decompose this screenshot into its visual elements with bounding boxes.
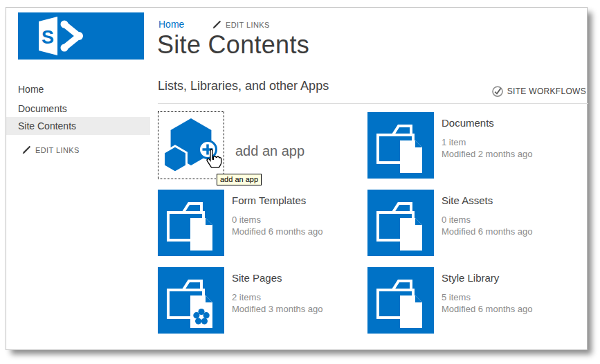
edit-links-label: EDIT LINKS (226, 21, 270, 29)
tile-site-pages: Site Pages 2 items Modified 3 months ago (158, 267, 372, 336)
site-assets-tile-icon[interactable] (367, 190, 434, 256)
site-workflows-label: SITE WORKFLOWS (507, 87, 586, 96)
tile-modified: Modified 3 months ago (232, 303, 323, 315)
tile-style-library: Style Library 5 items Modified 6 months … (367, 267, 582, 336)
sidebar-edit-links-button[interactable]: EDIT LINKS (22, 145, 80, 154)
cursor-pointer-icon (204, 148, 225, 172)
top-edit-links-button[interactable]: EDIT LINKS (212, 20, 270, 29)
site-pages-tile-icon[interactable] (158, 267, 224, 334)
pencil-icon (22, 145, 31, 154)
tile-form-templates: Form Templates 0 items Modified 6 months… (158, 190, 372, 259)
folder-document-icon (367, 112, 434, 179)
tile-modified: Modified 6 months ago (442, 303, 533, 315)
tile-item-count: 2 items (232, 291, 323, 303)
tile-item-count: 1 item (442, 136, 533, 148)
section-divider (158, 103, 588, 104)
style-library-tile-icon[interactable] (367, 267, 434, 334)
tile-title[interactable]: Form Templates (232, 194, 323, 208)
site-contents-page: S Home EDIT LINKS Site Contents Home Doc… (6, 7, 588, 350)
sidebar-item-site-contents[interactable]: Site Contents (18, 120, 76, 131)
add-an-app-label[interactable]: add an app (235, 143, 304, 159)
edit-links-label: EDIT LINKS (35, 146, 80, 154)
breadcrumb-home-link[interactable]: Home (158, 19, 184, 30)
tile-item-count: 5 items (442, 291, 533, 303)
tile-modified: Modified 6 months ago (442, 226, 533, 237)
folder-document-icon (367, 267, 434, 334)
tile-modified: Modified 6 months ago (232, 226, 323, 237)
tile-site-assets: Site Assets 0 items Modified 6 months ag… (367, 190, 582, 259)
form-templates-tile-icon[interactable] (158, 190, 224, 256)
tile-item-count: 0 items (442, 214, 533, 226)
folder-document-icon (367, 190, 434, 256)
logo-letter: S (42, 27, 54, 48)
tile-title[interactable]: Site Assets (442, 194, 533, 208)
folder-page-flower-icon (158, 267, 224, 334)
folder-document-icon (158, 190, 224, 256)
tile-documents: Documents 1 item Modified 2 months ago (367, 112, 582, 181)
tile-title[interactable]: Documents (442, 116, 533, 130)
documents-tile-icon[interactable] (367, 112, 434, 179)
add-an-app-tooltip: add an app (217, 174, 262, 185)
sidebar-item-home[interactable]: Home (18, 84, 44, 95)
section-heading: Lists, Libraries, and other Apps (158, 79, 329, 93)
sidebar-item-documents[interactable]: Documents (18, 103, 67, 114)
tile-modified: Modified 2 months ago (442, 148, 533, 160)
tile-item-count: 0 items (232, 214, 323, 226)
tile-title[interactable]: Style Library (442, 271, 533, 285)
site-workflows-button[interactable]: SITE WORKFLOWS (491, 85, 586, 98)
tile-title[interactable]: Site Pages (232, 271, 323, 285)
circled-check-icon (491, 85, 504, 98)
pencil-icon (212, 20, 221, 29)
page-title: Site Contents (157, 30, 309, 60)
sharepoint-logo-icon: S (18, 12, 144, 60)
sharepoint-logo[interactable]: S (18, 12, 144, 60)
